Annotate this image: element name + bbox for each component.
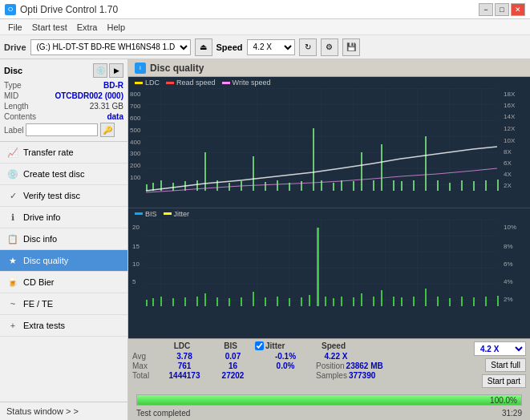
jitter-legend: Jitter	[164, 210, 190, 218]
save-button[interactable]: 💾	[342, 38, 360, 56]
speed-dropdown[interactable]: 4.2 X	[474, 341, 526, 356]
disc-label-input[interactable]	[26, 123, 98, 136]
status-window-button[interactable]: Status window > >	[0, 402, 127, 420]
svg-rect-48	[341, 180, 342, 191]
window-controls[interactable]: − □ ✕	[479, 3, 525, 16]
lower-chart: BIS Jitter 10% 8% 6% 4%	[128, 208, 530, 339]
menu-extra[interactable]: Extra	[72, 22, 103, 33]
svg-rect-30	[146, 184, 148, 191]
progress-area: 100.0% Test completed 31:29	[128, 390, 530, 420]
eject-button[interactable]: ⏏	[195, 38, 212, 56]
disc-icon-btn2[interactable]: ▶	[109, 63, 123, 78]
disc-type-row: Type BD-R	[4, 81, 123, 90]
sidebar-item-create-test-disc[interactable]: 💿 Create test disc	[0, 164, 127, 185]
svg-rect-64	[144, 220, 497, 308]
lower-legend: BIS Jitter	[128, 208, 530, 220]
refresh-button[interactable]: ↻	[299, 38, 317, 56]
disc-length-row: Length 23.31 GB	[4, 102, 123, 111]
disc-mid-value: OTCBDR002 (000)	[55, 91, 123, 100]
avg-label: Avg	[132, 352, 158, 361]
svg-rect-99	[301, 297, 302, 306]
bis-legend: BIS	[135, 210, 157, 218]
total-ldc: 1444173	[160, 371, 208, 380]
right-buttons: 4.2 X Start full Start part	[474, 341, 526, 388]
drive-select[interactable]: (G:) HL-DT-ST BD-RE WH16NS48 1.D3	[30, 39, 191, 55]
svg-text:800: 800	[130, 91, 141, 98]
extra-tests-icon: +	[6, 319, 19, 332]
svg-rect-62	[497, 180, 499, 191]
svg-rect-51	[373, 180, 374, 191]
status-text-bar: Test completed 31:29	[132, 408, 526, 418]
svg-rect-33	[172, 183, 174, 191]
maximize-button[interactable]: □	[495, 3, 509, 16]
svg-rect-93	[229, 298, 230, 306]
samples-value: 377390	[349, 371, 375, 380]
progress-text: 100.0%	[490, 395, 517, 406]
sidebar-item-verify-test-disc[interactable]: ✓ Verify test disc	[0, 185, 127, 207]
sidebar-item-disc-info[interactable]: 📋 Disc info	[0, 228, 127, 250]
col-jitter: Jitter	[265, 341, 285, 350]
bis-legend-text: BIS	[145, 210, 157, 218]
upper-chart-svg: 18X 16X 14X 12X 10X 8X 6X 4X 2X 800 700 …	[128, 88, 530, 196]
jitter-checkbox[interactable]	[255, 341, 264, 350]
menu-file[interactable]: File	[3, 22, 27, 33]
disc-label-btn[interactable]: 🔑	[100, 123, 115, 137]
svg-text:18X: 18X	[504, 91, 516, 98]
sidebar: Disc 💿 ▶ Type BD-R MID OTCBDR002 (000) L…	[0, 59, 128, 420]
svg-text:600: 600	[130, 115, 141, 122]
sidebar-item-extra-tests[interactable]: + Extra tests	[0, 315, 127, 337]
svg-text:8%: 8%	[504, 243, 513, 250]
speed-select[interactable]: 4.2 X	[247, 39, 295, 55]
disc-header-title: Disc	[4, 66, 22, 75]
status-window-label: Status window > >	[6, 406, 79, 416]
drivebar: Drive (G:) HL-DT-ST BD-RE WH16NS48 1.D3 …	[0, 35, 530, 59]
progress-bar-fill	[137, 395, 521, 405]
svg-rect-58	[449, 183, 451, 191]
disc-type-label: Type	[4, 81, 22, 90]
minimize-button[interactable]: −	[479, 3, 493, 16]
stats-panel: LDC BIS Jitter Speed Avg 3.78 0.07 -0.1%	[128, 338, 530, 390]
avg-speed: 4.22 X	[316, 352, 356, 361]
disc-mid-label: MID	[4, 91, 18, 100]
progress-bar-container: 100.0%	[136, 394, 522, 406]
close-button[interactable]: ✕	[511, 3, 525, 16]
max-label: Max	[132, 361, 158, 370]
svg-text:400: 400	[130, 139, 141, 146]
svg-rect-114	[449, 298, 451, 306]
svg-rect-106	[361, 293, 362, 306]
svg-rect-100	[309, 295, 310, 306]
disc-panel: Disc 💿 ▶ Type BD-R MID OTCBDR002 (000) L…	[0, 59, 127, 142]
main-layout: Disc 💿 ▶ Type BD-R MID OTCBDR002 (000) L…	[0, 59, 530, 420]
sidebar-item-disc-quality[interactable]: ★ Disc quality	[0, 250, 127, 272]
disc-info-icon: 📋	[6, 232, 19, 245]
svg-rect-85	[146, 300, 148, 306]
svg-rect-109	[393, 297, 394, 306]
disc-length-label: Length	[4, 102, 29, 111]
status-text: Test completed	[136, 409, 190, 418]
menu-help[interactable]: Help	[102, 22, 130, 33]
sidebar-item-transfer-rate[interactable]: 📈 Transfer rate	[0, 142, 127, 164]
stats-header: LDC BIS Jitter Speed	[132, 341, 470, 350]
sidebar-item-cd-bier[interactable]: 🍺 CD Bier	[0, 272, 127, 293]
start-part-button[interactable]: Start part	[482, 374, 526, 388]
menu-start-test[interactable]: Start test	[27, 22, 72, 33]
svg-text:700: 700	[130, 103, 141, 110]
disc-contents-value: data	[107, 112, 123, 121]
ldc-legend: LDC	[135, 79, 160, 87]
avg-ldc: 3.78	[160, 352, 208, 361]
svg-rect-116	[473, 297, 475, 306]
svg-rect-86	[152, 298, 154, 306]
position-col: Position 23862 MB	[316, 361, 383, 370]
disc-icon-btn1[interactable]: 💿	[93, 63, 107, 78]
svg-rect-1	[144, 88, 497, 192]
svg-rect-97	[277, 297, 278, 306]
svg-rect-113	[437, 297, 439, 306]
disc-quality-label: Disc quality	[23, 256, 68, 265]
max-jitter: 0.0%	[257, 361, 314, 370]
svg-text:500: 500	[130, 127, 141, 134]
settings-button[interactable]: ⚙	[321, 38, 338, 56]
sidebar-item-drive-info[interactable]: ℹ Drive info	[0, 207, 127, 228]
disc-quality-title: Disc quality	[150, 63, 204, 74]
start-full-button[interactable]: Start full	[485, 358, 526, 372]
sidebar-item-fe-te[interactable]: ~ FE / TE	[0, 293, 127, 315]
